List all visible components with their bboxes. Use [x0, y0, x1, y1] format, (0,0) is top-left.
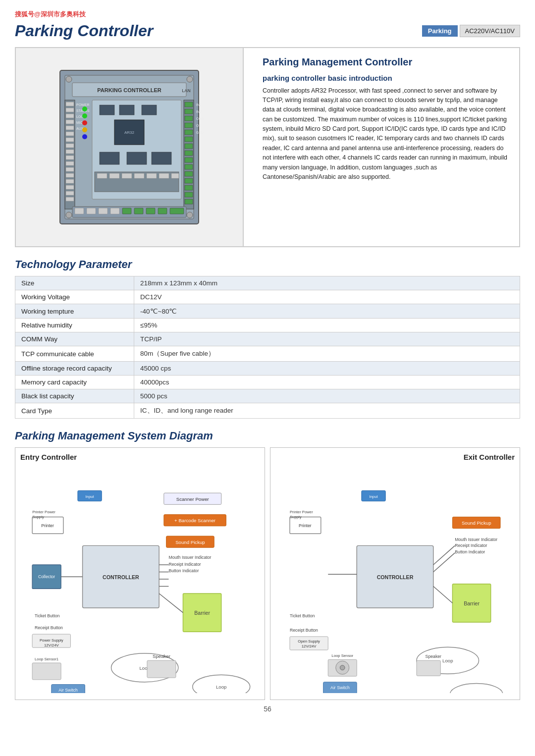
svg-text:MIC: MIC [76, 121, 83, 124]
diagram-section-title: Parking Management System Diagram [15, 430, 520, 442]
svg-rect-19 [66, 179, 74, 183]
svg-text:Receipt Indicator: Receipt Indicator [455, 543, 487, 548]
svg-point-44 [82, 107, 87, 111]
svg-point-169 [340, 665, 345, 670]
svg-point-48 [82, 134, 87, 139]
svg-rect-24 [185, 102, 193, 107]
svg-rect-117 [147, 660, 176, 678]
svg-rect-74 [99, 208, 107, 214]
page-title: Parking Controller [15, 22, 153, 40]
svg-rect-34 [185, 171, 193, 176]
svg-rect-36 [185, 185, 193, 190]
svg-text:Air Switch: Air Switch [58, 688, 78, 693]
svg-text:Power Supply: Power Supply [40, 638, 63, 643]
svg-rect-57 [152, 152, 171, 164]
svg-text:Loop: Loop [216, 684, 226, 690]
tech-param-label: COMM Way [15, 332, 134, 346]
svg-text:Receipt Button: Receipt Button [35, 625, 63, 630]
svg-line-125 [159, 594, 183, 613]
svg-rect-75 [110, 208, 119, 214]
svg-rect-72 [75, 208, 84, 214]
tech-section-title: Technology Parameter [15, 258, 520, 271]
tech-param-label: TCP communicate cable [15, 346, 134, 362]
svg-rect-73 [87, 208, 96, 214]
svg-point-83 [66, 212, 72, 218]
svg-rect-77 [134, 208, 143, 214]
tech-param-value: 5000 pcs [134, 389, 520, 403]
tech-param-label: Relative humidity [15, 319, 134, 332]
svg-rect-8 [66, 114, 74, 118]
svg-rect-59 [97, 173, 107, 178]
svg-rect-80 [170, 208, 184, 214]
product-image-box: PARKING CONTROLLER LAN [16, 48, 244, 246]
svg-rect-17 [66, 167, 74, 171]
badge-parking: Parking [422, 25, 458, 37]
svg-text:Printer: Printer [299, 523, 312, 528]
svg-text:Loop: Loop [471, 692, 482, 693]
main-content: PARKING CONTROLLER LAN [15, 47, 520, 247]
svg-text:Sound Pickup: Sound Pickup [175, 540, 205, 545]
tech-param-value: DC12V [134, 290, 520, 304]
svg-rect-63 [147, 173, 157, 178]
tech-param-value: 80m（Super five cable） [134, 346, 520, 362]
tech-param-label: Size [15, 276, 134, 290]
svg-rect-28 [185, 130, 193, 135]
tech-param-label: Black list capacity [15, 389, 134, 403]
svg-text:Button Indicator: Button Indicator [455, 549, 485, 554]
svg-text:LAN: LAN [182, 88, 191, 93]
svg-rect-11 [66, 132, 74, 136]
badge-group: Parking AC220V/AC110V [422, 25, 520, 37]
tech-param-value: IC、ID、and long range reader [134, 403, 520, 419]
svg-rect-12 [66, 138, 74, 142]
svg-rect-161 [417, 660, 440, 676]
svg-rect-54 [142, 105, 157, 115]
svg-rect-56 [127, 152, 147, 164]
exit-controller-title: Exit Controller [275, 453, 515, 461]
svg-rect-25 [185, 109, 193, 114]
svg-rect-14 [66, 150, 74, 154]
svg-text:CONTROLLER: CONTROLLER [377, 574, 414, 580]
product-description: Controller adopts AR32 Processor, with f… [263, 86, 510, 182]
product-image: PARKING CONTROLLER LAN [35, 60, 223, 234]
svg-rect-79 [158, 208, 167, 214]
watermark: 搜狐号@深圳市多奥科技 [15, 10, 520, 19]
svg-rect-30 [185, 144, 193, 149]
svg-rect-9 [66, 120, 74, 124]
svg-rect-15 [66, 156, 74, 160]
tech-param-label: Offline storage record capacity [15, 362, 134, 376]
svg-text:Input: Input [369, 494, 378, 499]
product-subtitle: parking controller basic introduction [263, 73, 510, 83]
svg-text:Scanner Power: Scanner Power [176, 496, 210, 502]
svg-text:Speaker: Speaker [153, 653, 171, 659]
svg-text:AR32: AR32 [124, 130, 135, 135]
svg-text:Input: Input [85, 494, 94, 499]
svg-text:Speaker: Speaker [426, 654, 441, 659]
tech-param-value: 218mm x 123mm x 40mm [134, 276, 520, 290]
svg-rect-29 [185, 137, 193, 142]
svg-text:Loop: Loop [442, 658, 453, 663]
tech-param-value: 40000pcs [134, 376, 520, 389]
svg-rect-65 [171, 173, 179, 178]
svg-rect-32 [185, 158, 193, 162]
svg-text:Air Switch: Air Switch [330, 685, 350, 690]
exit-controller-panel: Exit Controller CONTROLLER Sound Pickup … [270, 447, 520, 700]
tech-param-label: Memory card capacity [15, 376, 134, 389]
svg-text:12V/24V: 12V/24V [44, 643, 59, 648]
svg-rect-62 [134, 173, 144, 178]
tech-param-label: Working Voltage [15, 290, 134, 304]
svg-rect-52 [100, 105, 114, 115]
svg-text:Sound Pickup: Sound Pickup [462, 520, 491, 526]
svg-rect-61 [122, 173, 132, 178]
svg-rect-60 [109, 173, 119, 178]
svg-text:POWER: POWER [76, 103, 89, 107]
svg-point-81 [66, 76, 72, 82]
tech-param-value: ≤95% [134, 319, 520, 332]
description-box: Parking Management Controller parking co… [254, 48, 519, 246]
svg-text:CONTROLLER: CONTROLLER [103, 574, 139, 580]
tech-param-label: Card Type [15, 403, 134, 419]
svg-text:Button Indicator: Button Indicator [168, 568, 199, 573]
svg-rect-78 [146, 208, 155, 214]
svg-rect-10 [66, 126, 74, 130]
exit-diagram-svg: CONTROLLER Sound Pickup Mouth Issuer Ind… [275, 465, 515, 693]
svg-rect-55 [100, 152, 119, 164]
